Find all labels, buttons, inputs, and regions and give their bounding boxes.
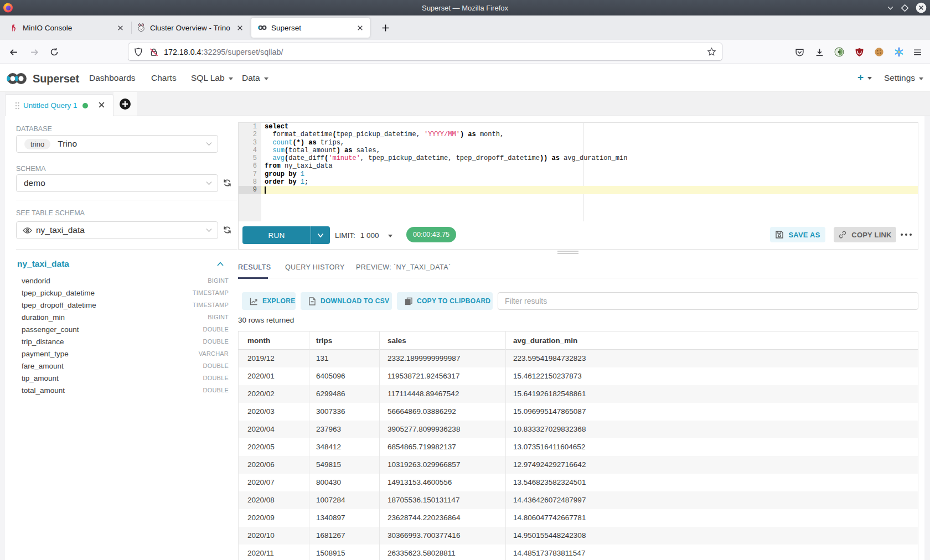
cookie-icon[interactable] [873,46,885,58]
browser-tab-minio[interactable]: MinIO Console [9,15,127,40]
url-bar[interactable]: 172.18.0.4:32295/superset/sqllab/ [128,43,722,61]
query-tab-close-icon[interactable] [98,101,105,110]
maximize-icon[interactable] [901,4,908,12]
column-row[interactable]: payment_typeVARCHAR [22,348,229,360]
browser-tab-trino[interactable]: Cluster Overview - Trino [137,15,246,40]
table-row[interactable]: 2019/121312332.1899999999987223.59541984… [239,350,918,367]
refresh-table-icon[interactable] [223,225,232,235]
drag-handle-icon[interactable] [15,102,19,110]
superset-logo[interactable]: Superset [6,71,79,86]
nav-dashboards[interactable]: Dashboards [89,72,136,84]
nav-settings[interactable]: Settings [884,72,923,84]
table-cell: 6405096 [309,367,380,385]
table-row[interactable]: 2020/10168126730366993.70037741614.95015… [239,527,918,545]
table-row[interactable]: 2020/08100728418705536.15013114714.43642… [239,491,918,509]
editor-code[interactable]: select format_datetime(tpep_pickup_datet… [261,123,918,221]
download-icon[interactable] [813,46,825,58]
chevron-down-icon [867,77,872,80]
more-actions-button[interactable] [901,227,912,242]
chevron-up-icon[interactable] [217,262,224,266]
back-icon[interactable] [7,46,19,58]
column-row[interactable]: trip_distanceDOUBLE [22,335,229,348]
nav-charts[interactable]: Charts [151,72,177,84]
column-name: tpep_pickup_datetime [22,289,95,297]
run-button-label[interactable]: RUN [242,226,311,244]
browser-tab-title: Superset [271,24,301,32]
tab-results[interactable]: RESULTS [238,263,271,271]
refresh-schema-icon[interactable] [223,178,232,188]
minimize-icon[interactable] [887,4,894,12]
col-header-trips[interactable]: trips [309,331,380,350]
run-dropdown[interactable] [311,226,330,244]
column-row[interactable]: vendoridBIGINT [22,274,229,287]
download-csv-button[interactable]: DOWNLOAD TO CSV [301,292,392,310]
menu-icon[interactable] [911,46,923,58]
column-row[interactable]: total_amountDOUBLE [22,384,229,396]
chevron-down-icon [206,181,212,185]
extension-green-icon[interactable] [833,46,845,58]
sql-editor[interactable]: 123456789 select format_datetime(tpep_pi… [239,123,918,221]
column-row[interactable]: fare_amountDOUBLE [22,360,229,372]
table-row[interactable]: 2020/026299486117114448.8946754215.64192… [239,385,918,403]
table-cell: 549815 [309,456,380,474]
table-row[interactable]: 2020/016405096119538721.9245631715.46122… [239,367,918,385]
save-as-button[interactable]: SAVE AS [770,227,825,242]
copy-link-button[interactable]: COPY LINK [834,227,896,242]
table-row[interactable]: 2020/11150891526335623.5802881114.485173… [239,545,918,560]
query-tab[interactable]: Untitled Query 1 [5,94,113,116]
copy-clipboard-button[interactable]: COPY TO CLIPBOARD [397,292,493,310]
tab-close-icon[interactable] [113,21,127,34]
lock-slash-icon[interactable] [149,48,158,56]
nav-data[interactable]: Data [242,72,268,84]
filter-results-input[interactable] [498,292,918,310]
explore-button[interactable]: EXPLORE [242,292,296,310]
tab-close-icon[interactable] [353,21,366,34]
text-cursor [265,186,266,194]
schema-select[interactable]: demo [16,174,218,192]
star-icon[interactable] [707,47,716,56]
table-cell: 2019/12 [239,350,309,367]
table-select[interactable]: ny_taxi_data [16,221,218,239]
run-button[interactable]: RUN [242,226,330,244]
table-cell: 15.46122150237873 [506,367,918,385]
database-select[interactable]: trino Trino [16,135,218,153]
col-header-sales[interactable]: sales [380,331,506,350]
gutter-line-number: 2 [239,131,261,138]
chevron-down-icon [229,77,233,80]
column-row[interactable]: duration_minBIGINT [22,311,229,323]
pocket-icon[interactable] [793,46,805,58]
table-row[interactable]: 2020/042379633905277.809993623810.833327… [239,421,918,438]
column-row[interactable]: tpep_dropoff_datetimeTIMESTAMP [22,299,229,311]
chevron-down-icon [206,228,212,232]
shield-icon[interactable] [134,48,143,56]
table-row[interactable]: 2020/053484126854865.71998213713.0735164… [239,438,918,456]
table-row[interactable]: 2020/03300733656664869.0388629215.096995… [239,403,918,421]
browser-tab-superset[interactable]: Superset [258,15,366,40]
table-row[interactable]: 2020/0654981510319263.02996685712.974924… [239,456,918,474]
new-tab-button[interactable] [378,20,393,35]
col-header-avg-duration[interactable]: avg_duration_min [506,331,918,350]
column-row[interactable]: tip_amountDOUBLE [22,372,229,384]
add-query-tab-button[interactable] [113,92,137,116]
table-row[interactable]: 2020/09134089723628744.22023686414.80604… [239,509,918,527]
column-type: DOUBLE [203,338,229,345]
ublock-icon[interactable] [853,46,865,58]
tab-preview[interactable]: PREVIEW: `NY_TAXI_DATA` [356,263,451,271]
colorful-asterisk-icon[interactable] [893,46,905,58]
column-row[interactable]: tpep_pickup_datetimeTIMESTAMP [22,287,229,299]
tab-separator [131,22,132,34]
tab-query-history[interactable]: QUERY HISTORY [285,263,345,271]
reload-icon[interactable] [48,46,60,58]
nav-plus-button[interactable]: + [857,71,872,84]
close-icon[interactable] [916,2,927,13]
superset-navbar: Superset Dashboards Charts SQL Lab Data … [0,64,930,92]
url-text: 172.18.0.4:32295/superset/sqllab/ [164,48,283,56]
column-row[interactable]: passenger_countDOUBLE [22,323,229,335]
limit-dropdown[interactable]: LIMIT: 1 000 [335,226,392,244]
pane-resize-handle[interactable] [557,251,578,255]
col-header-month[interactable]: month [239,331,309,350]
table-row[interactable]: 2020/0780043014913153.460055613.54682358… [239,474,918,491]
tab-close-icon[interactable] [233,21,246,34]
nav-sql-lab[interactable]: SQL Lab [191,72,233,84]
forward-icon[interactable] [28,46,40,58]
